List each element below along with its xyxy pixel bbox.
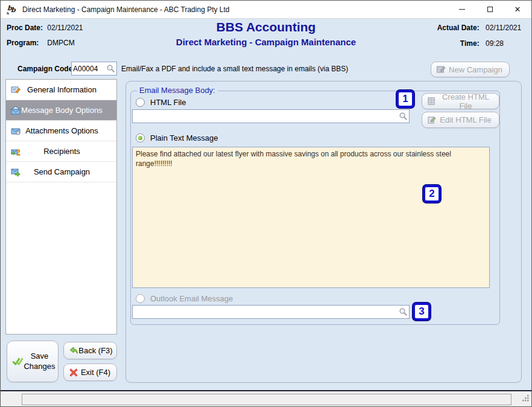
exit-button[interactable]: Exit (F4)	[63, 364, 117, 381]
window-controls: ✕	[448, 1, 531, 18]
plain-text-radio-row: Plain Text Message	[136, 133, 218, 143]
save-changes-button[interactable]: Save Changes	[7, 341, 59, 382]
back-arrow-icon	[69, 346, 78, 356]
resize-grip[interactable]	[522, 394, 530, 405]
campaign-code-label: Campaign Code:	[17, 65, 75, 73]
sidebar-item-attachments-options[interactable]: Attachments Options	[6, 121, 116, 141]
outlook-search-button[interactable]	[397, 306, 409, 318]
create-html-file-label: Create HTML File	[436, 92, 499, 111]
svg-text:b: b	[11, 6, 16, 14]
create-html-file-icon	[427, 97, 436, 106]
campaign-description: Email/Fax a PDF and include a small text…	[121, 65, 348, 73]
sidebar-item-label: Attachments Options	[21, 126, 116, 135]
maximize-button[interactable]	[476, 1, 504, 18]
html-file-search-button[interactable]	[397, 110, 409, 123]
bbs-logo-icon: b b s	[5, 4, 17, 16]
sidebar-item-recipients[interactable]: Recipients	[6, 141, 116, 162]
svg-text:s: s	[7, 10, 9, 16]
annotation-step-2: 2	[423, 185, 441, 203]
campaign-code-input[interactable]	[72, 65, 105, 73]
sidebar-item-label: Recipients	[21, 147, 116, 156]
close-button[interactable]: ✕	[504, 1, 531, 18]
new-campaign-button[interactable]: New Campaign	[431, 62, 510, 77]
time-value: 09:28	[486, 39, 524, 48]
header-right: Actual Date: 02/11/2021 Time: 09:28	[437, 24, 524, 55]
campaign-code-lookup	[71, 62, 117, 75]
minimize-button[interactable]	[448, 1, 476, 18]
minimize-icon	[459, 9, 465, 10]
attachments-icon	[11, 126, 21, 136]
campaign-code-search-button[interactable]	[105, 62, 116, 75]
annotation-step-1: 1	[396, 90, 414, 108]
app-window: b b s Direct Marketing - Campaign Mainte…	[0, 0, 532, 407]
statusbar	[1, 390, 531, 406]
general-info-icon	[11, 85, 21, 95]
sidebar-item-message-body-options[interactable]: Message Body Options	[6, 100, 116, 121]
message-body-icon	[11, 106, 21, 115]
actual-date-label: Actual Date:	[437, 24, 480, 32]
plain-text-radio-label: Plain Text Message	[150, 133, 218, 143]
html-file-path-input[interactable]	[133, 112, 397, 121]
sidebar-item-label: Send Campaign	[21, 167, 116, 176]
sidebar-item-send-campaign[interactable]: Send Campaign	[6, 162, 116, 182]
recipients-icon	[11, 147, 21, 156]
sidebar: General Information Message Body Options	[5, 79, 117, 335]
create-html-file-button[interactable]: Create HTML File	[422, 93, 499, 109]
titlebar: b b s Direct Marketing - Campaign Mainte…	[1, 1, 531, 19]
edit-html-file-icon	[427, 115, 436, 124]
save-changes-icon	[12, 356, 24, 367]
plain-text-message-textarea[interactable]: Please find attached our latest flyer wi…	[132, 147, 490, 288]
annotation-step-3: 3	[413, 303, 431, 321]
message-body-panel: Email Message Body: HTML File	[125, 81, 522, 383]
outlook-lookup	[132, 305, 410, 319]
outlook-path-input[interactable]	[133, 308, 397, 316]
actual-date-value: 02/11/2021	[486, 24, 524, 32]
time-label: Time:	[460, 39, 480, 48]
html-file-radio-row: HTML File	[136, 98, 186, 107]
exit-x-icon	[69, 368, 78, 377]
magnifier-icon	[399, 307, 408, 316]
sidebar-item-general-information[interactable]: General Information	[6, 80, 116, 100]
window-title: Direct Marketing - Campaign Maintenance …	[22, 5, 230, 14]
sidebar-item-label: Message Body Options	[21, 106, 116, 115]
outlook-radio[interactable]	[136, 294, 145, 303]
magnifier-icon	[106, 64, 115, 73]
back-button[interactable]: Back (F3)	[63, 342, 117, 359]
radio-selected-dot	[138, 136, 142, 140]
html-file-radio-label: HTML File	[150, 98, 186, 107]
email-message-body-group: Email Message Body: HTML File	[130, 91, 500, 325]
status-message-field	[22, 394, 511, 405]
html-file-lookup	[132, 109, 410, 123]
new-campaign-icon	[436, 65, 446, 74]
save-changes-label: Save Changes	[24, 351, 58, 371]
group-title: Email Message Body:	[137, 86, 218, 95]
outlook-radio-label: Outlook Email Message	[150, 294, 233, 303]
back-button-label: Back (F3)	[78, 346, 116, 355]
maximize-icon	[487, 7, 493, 12]
send-campaign-icon	[11, 167, 21, 177]
edit-html-file-label: Edit HTML File	[436, 115, 499, 124]
exit-button-label: Exit (F4)	[78, 368, 116, 377]
magnifier-icon	[399, 112, 408, 121]
sidebar-item-label: General Information	[21, 85, 116, 94]
html-file-radio[interactable]	[136, 98, 145, 107]
new-campaign-label: New Campaign	[446, 65, 509, 74]
edit-html-file-button[interactable]: Edit HTML File	[422, 112, 499, 128]
plain-text-radio[interactable]	[136, 133, 145, 143]
outlook-radio-row: Outlook Email Message	[136, 294, 233, 303]
